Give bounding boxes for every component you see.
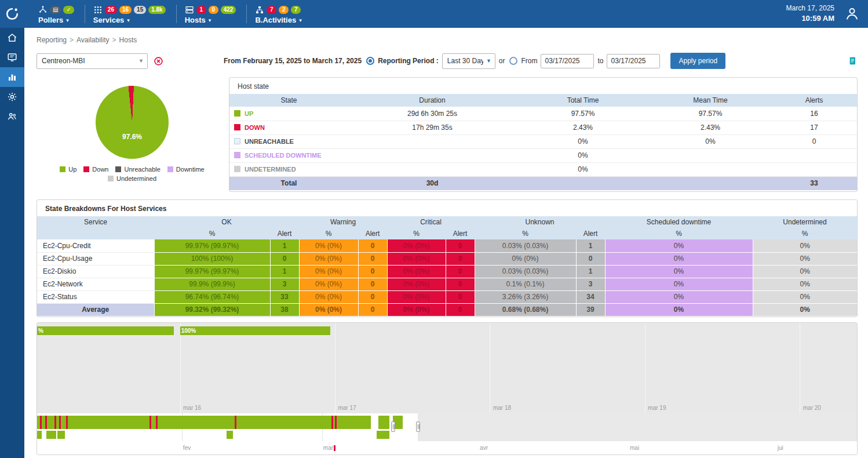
to-label: to — [597, 57, 603, 65]
legend-label: Downtime — [176, 166, 205, 173]
user-profile-icon[interactable] — [844, 6, 860, 24]
state-label: DOWN — [245, 124, 265, 131]
topbar-menus: ▤✓Pollers▾2616151.8kServices▾10422Hosts▾… — [30, 0, 312, 28]
navigator-right-handle[interactable] — [416, 421, 420, 432]
breadcrumb-separator: > — [112, 36, 116, 44]
status-badge: 16 — [119, 6, 132, 14]
from-date-input[interactable] — [541, 54, 594, 68]
service-breakdown-title: State Breakdowns For Host Services — [37, 200, 857, 216]
period-select-input[interactable]: Last 30 Days — [442, 53, 495, 69]
navigator-axis-label: mar — [323, 445, 333, 451]
breakdown-cell-sched_pct: 0% — [605, 278, 753, 290]
breakdown-sub-header-row: %Alert%Alert%Alert%Alert%% — [37, 228, 857, 239]
reporting-period-radio[interactable] — [366, 57, 374, 65]
navigator-down-tick — [149, 416, 151, 429]
export-report-icon[interactable] — [848, 56, 858, 66]
breadcrumb-item-availability[interactable]: Availability — [76, 36, 109, 44]
breadcrumb-item-reporting[interactable]: Reporting — [37, 36, 67, 44]
centreon-logo-icon[interactable] — [0, 7, 24, 21]
breakdown-cell-warn_alert: 0 — [358, 303, 387, 316]
home-icon — [7, 32, 17, 43]
breakdown-cell-crit_alert: 0 — [446, 265, 475, 278]
breakdown-group-header: Unknown — [475, 216, 605, 228]
state-color-square — [234, 110, 240, 117]
ba-icon — [255, 5, 264, 14]
legend-color-square — [60, 166, 65, 172]
menu-hosts[interactable]: 10422Hosts▾ — [177, 2, 247, 26]
current-date: March 17, 2025 — [786, 3, 834, 13]
timeline-plot-area: %100%mar 16mar 17mar 18mar 19mar 20 — [37, 323, 857, 413]
navigator-down-tick — [54, 416, 56, 429]
navigator-down-tick — [59, 416, 61, 429]
breakdown-cell-ok_alert: 38 — [270, 303, 299, 316]
timeline-axis-label: mar 18 — [491, 405, 511, 411]
host-group-select[interactable]: Centreon-MBI ▼ — [37, 53, 148, 69]
host-state-panel: Host state StateDurationTotal TimeMean T… — [229, 77, 858, 192]
navigator-up-segment — [378, 416, 390, 429]
breakdown-sub-header: Alert — [270, 228, 299, 239]
host-state-title: Host state — [229, 78, 857, 94]
service-name: Ec2-Network — [37, 278, 154, 290]
host-state-cell-duration — [348, 135, 516, 148]
breakdown-cell-unk_pct: 0.03% (0.03%) — [475, 265, 576, 278]
status-badge-pollers-ok: ✓ — [63, 6, 74, 14]
breakdown-cell-warn_alert: 0 — [358, 278, 387, 290]
breakdown-cell-crit_pct: 0% (0%) — [387, 303, 446, 316]
breakdown-cell-undet_pct: 0% — [753, 278, 857, 290]
breakdown-cell-undet_pct: 0% — [753, 303, 857, 316]
breakdown-average-row: Average99.32% (99.32%)380% (0%)00% (0%)0… — [37, 303, 857, 316]
breakdown-group-header: OK — [154, 216, 299, 228]
sidebar-item-monitoring[interactable] — [0, 48, 24, 67]
breadcrumb-item-hosts[interactable]: Hosts — [119, 36, 137, 44]
state-color-square — [234, 152, 240, 158]
apply-period-button[interactable]: Apply period — [670, 53, 725, 69]
custom-range-radio[interactable] — [509, 57, 517, 65]
menu-label-ba: B.Activities — [255, 16, 296, 24]
service-name: Ec2-Cpu-Credit — [37, 239, 154, 252]
clear-selection-icon[interactable] — [154, 56, 163, 66]
navigator-down-tick — [331, 416, 333, 429]
breakdown-cell-warn_alert: 0 — [358, 239, 387, 252]
breakdown-cell-unk_alert: 1 — [576, 265, 605, 278]
sidebar-item-home[interactable] — [0, 28, 24, 48]
breakdown-row: Ec2-Cpu-Usage100% (100%)00% (0%)00% (0%)… — [37, 252, 857, 265]
host-state-cell-mean — [650, 162, 771, 176]
filter-bar: Centreon-MBI ▼ From February 15, 2025 to… — [37, 52, 858, 70]
host-state-cell-alerts — [771, 148, 857, 162]
status-badge: 7 — [291, 6, 301, 14]
legend-item-unreachable: Unreachable — [115, 166, 160, 173]
menu-services[interactable]: 2616151.8kServices▾ — [85, 2, 176, 26]
users-icon — [7, 111, 17, 122]
uptime-bar: 100% — [180, 326, 331, 335]
breakdown-cell-ok_alert: 3 — [270, 278, 299, 290]
menu-pollers[interactable]: ▤✓Pollers▾ — [30, 2, 85, 26]
host-state-col-header: Duration — [348, 94, 516, 107]
timeline-gridline — [645, 323, 645, 413]
menu-ba[interactable]: 727B.Activities▾ — [247, 2, 312, 26]
period-select[interactable]: Last 30 Days ▼ — [442, 53, 495, 69]
legend-item-up: Up — [60, 166, 76, 173]
menu-label-pollers: Pollers — [38, 16, 63, 24]
navigator-down-tick — [66, 416, 68, 429]
state-label: UNDETERMINED — [245, 166, 296, 173]
breakdown-cell-warn_alert: 0 — [358, 252, 387, 265]
sidebar-item-configuration[interactable] — [0, 87, 24, 107]
to-date-input[interactable] — [607, 54, 660, 68]
breadcrumb: Reporting>Availability>Hosts — [37, 36, 137, 44]
host-group-select-input[interactable]: Centreon-MBI — [37, 53, 148, 69]
breakdown-cell-crit_pct: 0% (0%) — [387, 278, 446, 290]
breakdown-cell-ok_alert: 33 — [270, 290, 299, 303]
host-state-col-header: Mean Time — [650, 94, 771, 107]
host-state-row: SCHEDULED DOWNTIME0% — [229, 148, 857, 162]
breakdown-row: Ec2-Network99.9% (99.9%)30% (0%)00% (0%)… — [37, 278, 857, 290]
breakdown-row: Ec2-Diskio99.97% (99.97%)10% (0%)00% (0%… — [37, 265, 857, 278]
navigator-down-tick — [156, 416, 158, 429]
breakdown-cell-unk_alert: 39 — [576, 303, 605, 316]
breakdown-cell-unk_pct: 0.03% (0.03%) — [475, 239, 576, 252]
navigator-left-handle[interactable] — [391, 421, 395, 432]
sidebar-item-administration[interactable] — [0, 107, 24, 126]
sidebar-item-reporting[interactable] — [0, 67, 24, 87]
legend-item-undetermined: Undetermined — [108, 175, 156, 182]
timeline-navigator[interactable]: fevmaravrmaijui — [37, 413, 857, 455]
service-name: Ec2-Diskio — [37, 265, 154, 278]
